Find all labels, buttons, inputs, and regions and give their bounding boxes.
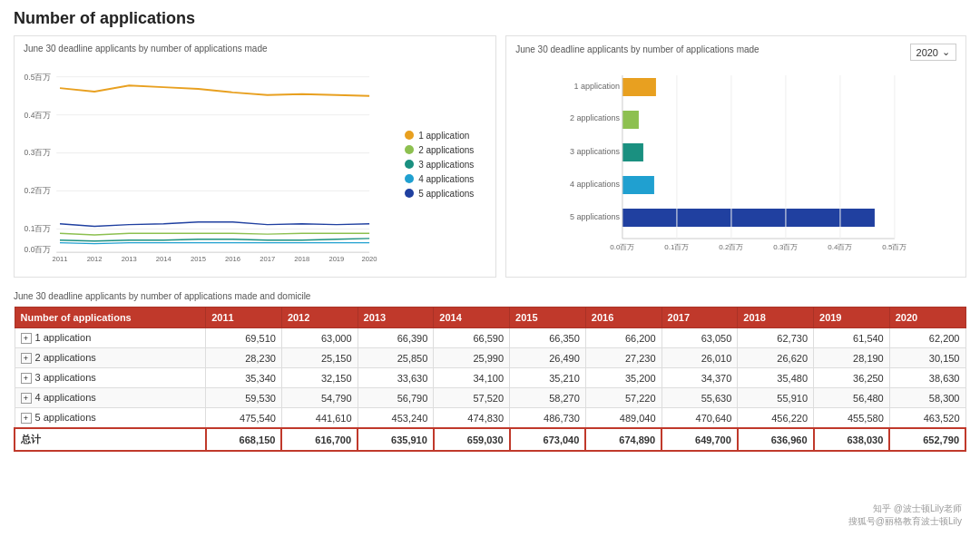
- cell-2-9: 38,630: [889, 368, 965, 388]
- expand-icon[interactable]: +: [21, 353, 32, 364]
- row-label[interactable]: +1 application: [15, 328, 206, 348]
- table-row: +5 applications475,540441,610453,240474,…: [15, 408, 965, 429]
- svg-text:0.5百万: 0.5百万: [883, 243, 907, 251]
- legend-item-1: 1 application: [405, 131, 486, 141]
- svg-text:0.4百万: 0.4百万: [24, 111, 52, 120]
- cell-2-8: 36,250: [814, 368, 890, 388]
- cell-1-2: 25,850: [358, 348, 434, 368]
- svg-text:2014: 2014: [156, 255, 172, 263]
- col-header-2017: 2017: [662, 308, 738, 328]
- col-header-2016: 2016: [585, 308, 662, 328]
- cell-2-7: 35,480: [738, 368, 814, 388]
- col-header-2015: 2015: [510, 308, 586, 328]
- cell-2-5: 35,200: [585, 368, 662, 388]
- legend-item-4: 4 applications: [405, 174, 486, 184]
- total-cell-0: 668,150: [206, 428, 282, 451]
- watermark: 知乎 @波士顿Lily老师 搜狐号@丽格教育波士顿Lily: [848, 503, 962, 528]
- cell-1-3: 25,990: [434, 348, 510, 368]
- legend-dot-2: [405, 145, 414, 154]
- legend-label-3: 3 applications: [418, 160, 474, 170]
- cell-4-1: 441,610: [281, 408, 358, 429]
- svg-text:5 applications: 5 applications: [570, 212, 621, 221]
- table-row: +4 applications59,53054,79056,79057,5205…: [15, 388, 965, 408]
- col-header-label: Number of applications: [15, 308, 206, 328]
- bar-2-applications: [622, 111, 639, 129]
- svg-text:2011: 2011: [53, 255, 68, 263]
- bar-5-applications: [622, 209, 875, 227]
- cell-2-2: 33,630: [358, 368, 434, 388]
- legend-item-5: 5 applications: [405, 189, 486, 199]
- col-header-2019: 2019: [814, 308, 890, 328]
- legend-dot-3: [405, 160, 414, 169]
- legend-item-3: 3 applications: [405, 160, 486, 170]
- legend-label-2: 2 applications: [418, 145, 474, 155]
- expand-icon[interactable]: +: [21, 393, 32, 404]
- watermark-line2: 搜狐号@丽格教育波士顿Lily: [848, 515, 962, 528]
- line-chart-legend: 1 application 2 applications 3 applicati…: [396, 59, 486, 269]
- svg-text:1 application: 1 application: [574, 82, 621, 91]
- svg-text:2017: 2017: [260, 255, 275, 263]
- cell-0-5: 66,200: [585, 328, 662, 348]
- bar-4-applications: [622, 176, 654, 194]
- svg-text:0.2百万: 0.2百万: [720, 243, 744, 251]
- bar-3-applications: [622, 143, 643, 161]
- total-cell-2: 635,910: [358, 428, 434, 451]
- cell-0-1: 63,000: [281, 328, 358, 348]
- table-row: +3 applications35,34032,15033,63034,1003…: [15, 368, 965, 388]
- table-section: June 30 deadline applicants by number of…: [14, 291, 966, 452]
- row-label[interactable]: +3 applications: [15, 368, 206, 388]
- legend-dot-4: [405, 174, 414, 183]
- svg-text:0.4百万: 0.4百万: [828, 243, 853, 251]
- cell-1-5: 27,230: [585, 348, 662, 368]
- svg-text:2 applications: 2 applications: [570, 113, 621, 122]
- svg-text:0.3百万: 0.3百万: [774, 243, 799, 251]
- data-table: Number of applications 2011 2012 2013 20…: [14, 307, 966, 452]
- total-label: 总计: [15, 428, 206, 451]
- cell-3-4: 58,270: [510, 388, 586, 408]
- cell-3-5: 57,220: [585, 388, 662, 408]
- cell-2-4: 35,210: [510, 368, 586, 388]
- total-cell-7: 636,960: [738, 428, 814, 451]
- cell-1-6: 26,010: [662, 348, 738, 368]
- cell-0-8: 61,540: [814, 328, 890, 348]
- year-selector[interactable]: 2020 ⌄: [910, 44, 956, 61]
- svg-text:2015: 2015: [191, 255, 206, 263]
- legend-label-4: 4 applications: [418, 174, 474, 184]
- col-header-2011: 2011: [206, 308, 282, 328]
- line-chart-box: June 30 deadline applicants by number of…: [14, 35, 496, 278]
- page-title: Number of applications: [14, 9, 966, 28]
- expand-icon[interactable]: +: [21, 413, 32, 424]
- total-cell-9: 652,790: [889, 428, 965, 451]
- cell-1-1: 25,150: [281, 348, 358, 368]
- svg-text:0.5百万: 0.5百万: [24, 73, 52, 82]
- cell-4-4: 486,730: [510, 408, 586, 429]
- cell-2-3: 34,100: [434, 368, 510, 388]
- line-chart-svg: 0.5百万 0.4百万 0.3百万 0.2百万 0.1百万 0.0百万: [24, 59, 387, 268]
- bar-chart-subtitle: June 30 deadline applicants by number of…: [515, 44, 760, 54]
- svg-text:0.2百万: 0.2百万: [24, 186, 52, 195]
- total-row: 总计668,150616,700635,910659,030673,040674…: [15, 428, 965, 451]
- expand-icon[interactable]: +: [21, 373, 32, 384]
- cell-2-1: 32,150: [281, 368, 358, 388]
- svg-text:0.1百万: 0.1百万: [24, 224, 52, 233]
- row-label[interactable]: +2 applications: [15, 348, 206, 368]
- total-cell-6: 649,700: [662, 428, 738, 451]
- row-label[interactable]: +5 applications: [15, 408, 206, 429]
- cell-3-6: 55,630: [662, 388, 738, 408]
- svg-text:0.1百万: 0.1百万: [665, 243, 690, 251]
- cell-4-5: 489,040: [585, 408, 662, 429]
- table-subtitle: June 30 deadline applicants by number of…: [14, 291, 966, 301]
- row-label[interactable]: +4 applications: [15, 388, 206, 408]
- cell-0-7: 62,730: [738, 328, 814, 348]
- expand-icon[interactable]: +: [21, 333, 32, 344]
- cell-3-2: 56,790: [358, 388, 434, 408]
- bar-chart-box: June 30 deadline applicants by number of…: [505, 35, 966, 278]
- legend-dot-5: [405, 189, 414, 198]
- svg-text:2019: 2019: [328, 255, 344, 263]
- bar-chart-svg: 1 application 2 applications 3 applicati…: [515, 66, 956, 261]
- cell-4-9: 463,520: [889, 408, 965, 429]
- cell-0-0: 69,510: [206, 328, 282, 348]
- legend-label-5: 5 applications: [418, 189, 474, 199]
- cell-2-6: 34,370: [662, 368, 738, 388]
- svg-text:0.0百万: 0.0百万: [611, 243, 635, 251]
